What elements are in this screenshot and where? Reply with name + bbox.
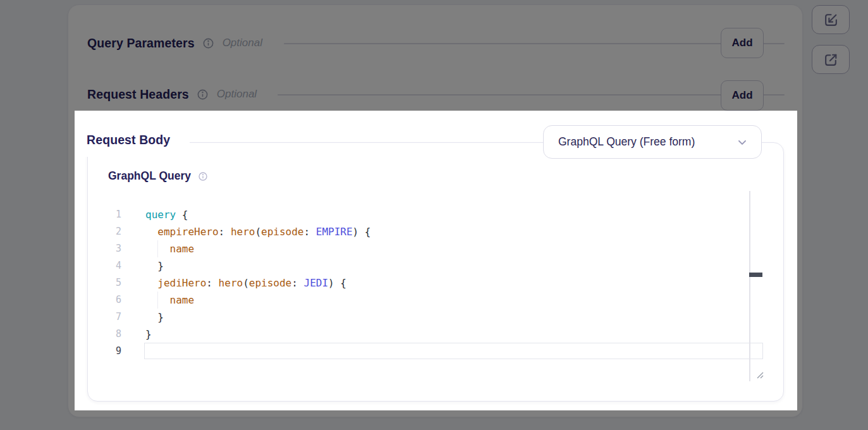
tour-overlay-bottom[interactable] (0, 410, 868, 430)
indent-guide (157, 240, 158, 257)
chevron-down-icon (736, 136, 749, 149)
editor-scrollbar-track (749, 191, 750, 381)
tour-overlay-right[interactable] (797, 111, 868, 410)
editor-label-row: GraphQL Query (108, 169, 208, 183)
body-type-selected-value: GraphQL Query (Free form) (558, 135, 736, 149)
body-type-select[interactable]: GraphQL Query (Free form) (543, 125, 762, 159)
request-body-title: Request Body (87, 133, 170, 147)
textarea-resize-handle[interactable] (755, 370, 764, 381)
graphql-query-label: GraphQL Query (108, 169, 191, 183)
indent-guide (157, 292, 158, 309)
graphql-query-editor[interactable]: query { empireHero: hero(episode: EMPIRE… (145, 206, 764, 360)
editor-gutter: 123456789 (95, 206, 121, 360)
info-icon[interactable] (198, 171, 208, 181)
editor-scrollbar-thumb[interactable] (749, 273, 762, 277)
tour-overlay-top[interactable] (0, 0, 868, 111)
request-body-legend: Request Body (80, 133, 190, 157)
tour-overlay-left[interactable] (0, 111, 75, 410)
